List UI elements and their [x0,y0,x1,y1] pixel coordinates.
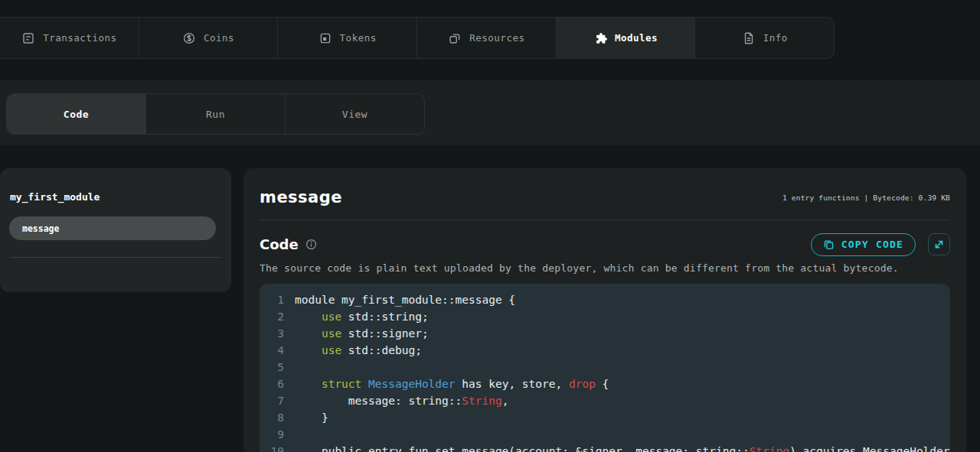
divider [10,257,221,258]
info-icon[interactable] [305,239,317,250]
line-content: module my_first_module::message { [284,291,515,308]
line-number: 4 [260,342,284,359]
receipt-icon [21,31,35,45]
code-line: 3 use std::signer; [260,325,950,342]
token-icon [318,31,332,45]
line-number: 3 [260,325,284,342]
module-list: message [9,216,216,240]
code-line: 2 use std::string; [260,308,950,325]
sidebar-item-label: message [22,223,59,234]
subtab-run[interactable]: Run [146,94,286,134]
divider [260,219,950,220]
line-content [284,359,295,376]
code-line: 7 message: string::String, [260,392,950,409]
nav-tab-resources[interactable]: Resources [417,18,557,58]
nav-tab-label: Info [763,32,788,44]
expand-icon [933,239,945,250]
page-title: message [260,187,342,207]
document-icon [742,31,756,45]
subtab-code[interactable]: Code [7,94,146,134]
copy-code-button[interactable]: COPY CODE [811,233,916,256]
sidebar-item-message[interactable]: message [9,216,216,240]
line-number: 5 [260,359,284,376]
nav-tab-label: Modules [615,32,658,44]
nav-tab-coins[interactable]: Coins [139,18,279,58]
line-content: message: string::String, [284,392,508,409]
code-line: 10 public entry fun set_message(account:… [260,443,950,452]
line-content: use std::debug; [284,342,422,359]
nav-tab-modules[interactable]: Modules [557,18,696,58]
code-actions: COPY CODE [811,233,950,256]
puzzle-icon [593,31,607,45]
line-number: 10 [260,443,284,452]
layers-icon [448,31,462,45]
subtab-band: CodeRunView [0,80,980,145]
line-content: use std::signer; [284,325,429,342]
line-number: 1 [260,291,284,308]
line-content: use std::string; [284,308,429,325]
line-content: } [284,409,328,426]
module-stats: 1 entry functions | Bytecode: 0.39 KB [782,193,950,202]
module-name: my_first_module [10,191,100,203]
line-content: struct MessageHolder has key, store, dro… [284,376,609,392]
nav-tab-label: Tokens [340,32,377,44]
nav-tab-label: Coins [204,32,234,44]
code-line: 6 struct MessageHolder has key, store, d… [260,376,950,392]
code-section-header: Code COPY CODE [260,233,950,256]
content-area: my_first_module message message 1 entry … [0,145,980,452]
code-section-description: The source code is plain text uploaded b… [260,262,950,274]
panel-header: message 1 entry functions | Bytecode: 0.… [260,168,950,207]
code-line: 9 [260,426,950,443]
subtab-group: CodeRunView [6,93,425,135]
line-content [284,426,295,443]
line-number: 8 [260,409,284,426]
code-line: 8 } [260,409,950,426]
copy-code-label: COPY CODE [841,239,903,250]
nav-tab-label: Resources [469,32,524,44]
code-section-title-group: Code [260,236,317,252]
line-content: public entry fun set_message(account: &s… [284,443,950,452]
subtab-label: Code [64,109,89,120]
line-number: 9 [260,426,284,443]
code-line: 4 use std::debug; [260,342,950,359]
nav-tab-transactions[interactable]: Transactions [0,18,139,58]
coin-icon [182,31,196,45]
code-block: 1module my_first_module::message {2 use … [260,284,950,452]
code-line: 5 [260,359,950,376]
line-number: 6 [260,376,284,392]
module-sidebar: my_first_module message [0,168,231,292]
expand-code-button[interactable] [928,233,950,255]
nav-tab-label: Transactions [43,32,116,44]
nav-tab-tokens[interactable]: Tokens [278,18,417,58]
code-line: 1module my_first_module::message { [260,291,950,308]
subtab-label: View [342,109,368,120]
module-detail-panel: message 1 entry functions | Bytecode: 0.… [243,168,966,452]
nav-tab-info[interactable]: Info [695,18,834,58]
subtab-view[interactable]: View [286,94,424,134]
line-number: 2 [260,308,284,325]
subtab-label: Run [206,109,225,120]
line-number: 7 [260,392,284,409]
copy-icon [823,239,835,250]
top-nav: TransactionsCoinsTokensResourcesModulesI… [0,17,835,59]
section-title: Code [260,236,299,252]
